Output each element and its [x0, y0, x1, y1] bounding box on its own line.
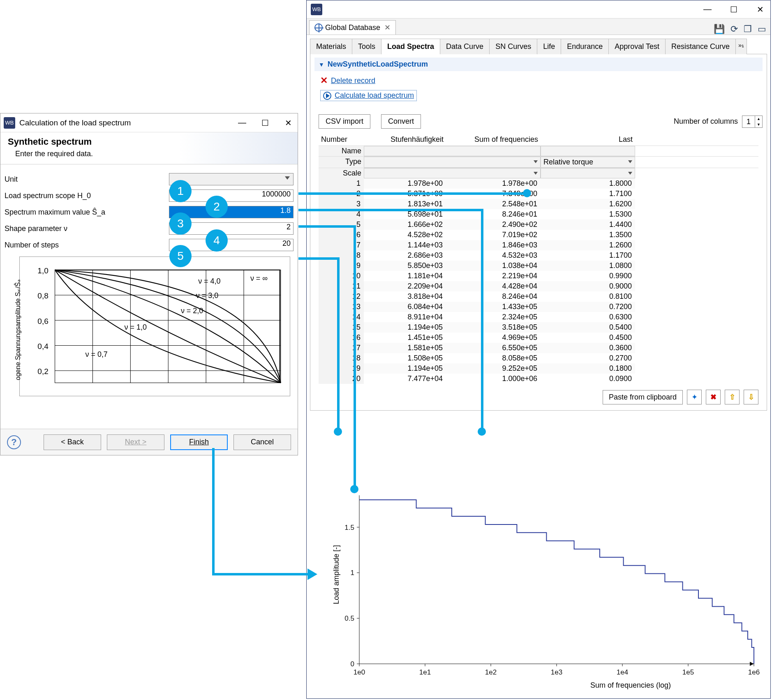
- dialog-footer: ? < Back Next > Finish Cancel: [0, 429, 298, 455]
- csv-import-button[interactable]: CSV import: [319, 114, 370, 129]
- annotation-badge-1: 1: [169, 180, 192, 202]
- svg-text:1e3: 1e3: [551, 668, 562, 676]
- table-row[interactable]: 101.181e+042.219e+040.9900: [319, 271, 758, 281]
- section-header[interactable]: ▼ NewSyntheticLoadSpectrum: [314, 58, 763, 71]
- table-row[interactable]: 11.978e+001.978e+001.8000: [319, 178, 758, 189]
- svg-text:1.5: 1.5: [344, 524, 354, 531]
- table-row[interactable]: 136.084e+041.433e+050.7200: [319, 302, 758, 312]
- table-row[interactable]: 171.581e+056.550e+050.3600: [319, 343, 758, 353]
- meta-name-cell2[interactable]: [541, 146, 635, 156]
- play-icon: [323, 92, 331, 100]
- col-stufen: Stufenhäufigkeit: [364, 134, 446, 146]
- tab-materials[interactable]: Materials: [310, 39, 352, 54]
- add-row-button[interactable]: ✦: [687, 390, 702, 404]
- col-last: Last: [541, 134, 635, 146]
- num-columns-spinner[interactable]: 1 ▲▼: [742, 116, 763, 128]
- table-row[interactable]: 112.209e+044.428e+040.9000: [319, 281, 758, 291]
- table-row[interactable]: 191.194e+059.252e+050.1800: [319, 363, 758, 374]
- spinner-down-icon[interactable]: ▼: [755, 122, 762, 127]
- meta-scale-select2[interactable]: [541, 168, 635, 178]
- dialog-subheading: Enter the required data.: [15, 150, 290, 158]
- meta-type-select2[interactable]: Relative torque: [541, 157, 635, 168]
- restore-icon[interactable]: ❐: [744, 24, 752, 35]
- help-icon[interactable]: ?: [7, 435, 21, 449]
- chevron-down-icon: [285, 176, 290, 180]
- maximize-icon[interactable]: ☐: [728, 5, 740, 14]
- table-row[interactable]: 95.850e+031.038e+041.0800: [319, 261, 758, 271]
- chevron-down-icon: [534, 160, 538, 163]
- steps-label: Number of steps: [5, 241, 169, 250]
- paste-clipboard-button[interactable]: Paste from clipboard: [603, 390, 683, 404]
- maximize-icon[interactable]: ☐: [259, 118, 271, 128]
- chevron-down-icon: [628, 172, 632, 175]
- table-row[interactable]: 51.666e+022.490e+021.4400: [319, 219, 758, 230]
- chevron-down-icon: [628, 160, 632, 163]
- dialog-body: Unit Load spectrum scope H_0 1000000 Spe…: [0, 164, 298, 396]
- table-row[interactable]: 181.508e+058.058e+050.2700: [319, 353, 758, 363]
- table-row[interactable]: 207.477e+041.000e+060.0900: [319, 374, 758, 384]
- table-row[interactable]: 31.813e+012.548e+011.6200: [319, 199, 758, 209]
- file-tab-global-database[interactable]: Global Database ✕: [309, 20, 396, 35]
- collapse-icon[interactable]: ▭: [758, 24, 766, 35]
- close-tab-icon[interactable]: ✕: [384, 23, 391, 32]
- num-columns-label: Number of columns: [674, 117, 738, 126]
- convert-button[interactable]: Convert: [381, 114, 421, 129]
- meta-scale-select1[interactable]: [364, 168, 541, 178]
- delete-record-link[interactable]: Delete record: [331, 76, 375, 85]
- tab-tools[interactable]: Tools: [352, 39, 381, 54]
- svg-text:1e2: 1e2: [485, 668, 497, 676]
- tab-approval-test[interactable]: Approval Test: [608, 39, 666, 54]
- tab-overflow[interactable]: »₁: [735, 39, 747, 54]
- close-icon[interactable]: ✕: [754, 5, 766, 14]
- cancel-button[interactable]: Cancel: [233, 434, 291, 450]
- move-down-button[interactable]: ⇩: [744, 390, 758, 404]
- load-spectrum-dialog: WB Calculation of the load spectrum — ☐ …: [0, 113, 298, 455]
- move-up-button[interactable]: ⇧: [725, 390, 740, 404]
- svg-text:0,8: 0,8: [37, 291, 48, 300]
- annotation-dot: [523, 189, 531, 197]
- tab-life[interactable]: Life: [537, 39, 561, 54]
- svg-text:1e0: 1e0: [354, 668, 365, 676]
- tab-load-spectra[interactable]: Load Spectra: [381, 39, 440, 54]
- svg-text:0: 0: [351, 660, 354, 668]
- file-tabbar: Global Database ✕ 💾 ⟳ ❐ ▭: [307, 18, 770, 35]
- meta-type-value: Relative torque: [543, 158, 593, 166]
- close-icon[interactable]: ✕: [282, 118, 294, 128]
- minimize-icon[interactable]: —: [701, 5, 714, 14]
- tab-data-curve[interactable]: Data Curve: [440, 39, 490, 54]
- tab-sn-curves[interactable]: SN Curves: [489, 39, 537, 54]
- table-row[interactable]: 71.144e+031.846e+031.2600: [319, 240, 758, 250]
- table-row[interactable]: 64.528e+027.019e+021.3500: [319, 230, 758, 240]
- annotation-line: [298, 192, 525, 195]
- annotation-line: [354, 225, 356, 488]
- app-icon: WB: [4, 117, 15, 129]
- spinner-up-icon[interactable]: ▲: [755, 116, 762, 122]
- refresh-icon[interactable]: ⟳: [730, 24, 738, 35]
- grid-header: Number Stufenhäufigkeit Sum of frequenci…: [319, 134, 758, 146]
- calculate-link[interactable]: Calculate load spectrum: [335, 91, 414, 100]
- delete-icon: ✕: [320, 75, 328, 86]
- minimize-icon[interactable]: —: [236, 118, 248, 128]
- annotation-dot: [478, 427, 486, 436]
- meta-name-cell[interactable]: [364, 146, 541, 156]
- tab-endurance[interactable]: Endurance: [561, 39, 609, 54]
- table-row[interactable]: 151.194e+053.518e+050.5400: [319, 322, 758, 333]
- remove-row-button[interactable]: ✖: [706, 390, 721, 404]
- meta-name-label: Name: [319, 146, 364, 156]
- annotation-badge-2: 2: [206, 196, 228, 218]
- tab-resistance-curve[interactable]: Resistance Curve: [665, 39, 736, 54]
- svg-text:1e4: 1e4: [617, 668, 628, 676]
- table-row[interactable]: 82.686e+034.532e+031.1700: [319, 250, 758, 261]
- table-row[interactable]: 148.911e+042.324e+050.6300: [319, 312, 758, 322]
- finish-button[interactable]: Finish: [170, 434, 228, 450]
- dialog-header: Synthetic spectrum Enter the required da…: [0, 132, 298, 164]
- table-row[interactable]: 123.818e+048.246e+040.8100: [319, 291, 758, 302]
- col-sumfreq: Sum of frequencies: [446, 134, 541, 146]
- meta-type-select1[interactable]: [364, 157, 541, 168]
- table-row[interactable]: 161.451e+054.969e+050.4500: [319, 333, 758, 343]
- max-label: Spectrum maximum value Ŝ_a: [5, 208, 169, 217]
- col-number: Number: [319, 134, 364, 146]
- save-icon[interactable]: 💾: [714, 24, 725, 35]
- back-button[interactable]: < Back: [44, 434, 101, 450]
- meta-type-label: Type: [319, 157, 364, 168]
